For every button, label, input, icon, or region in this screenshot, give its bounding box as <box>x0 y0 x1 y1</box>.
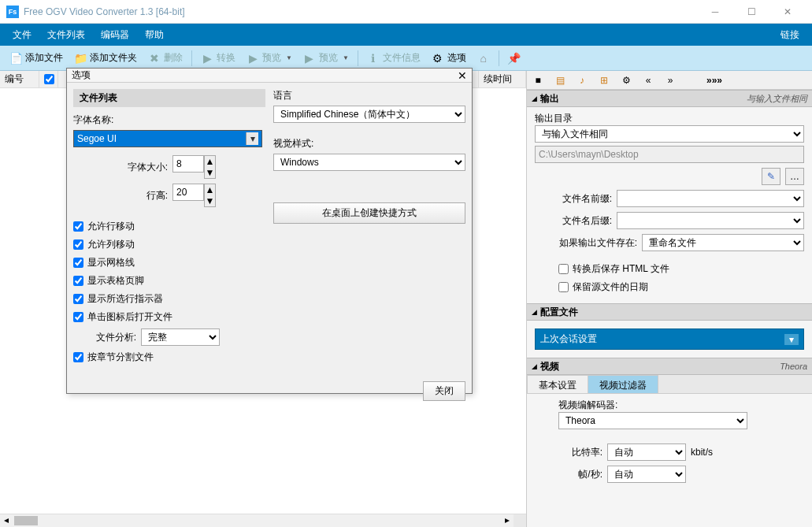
output-path-field <box>535 146 804 163</box>
fps-select[interactable]: 自动 <box>607 466 686 483</box>
separator <box>499 50 499 66</box>
gear-icon: ⚙ <box>432 52 444 65</box>
gridlines-checkbox[interactable] <box>73 258 83 268</box>
profile-select[interactable]: 上次会话设置 ▾ <box>535 328 804 350</box>
font-size-spinner[interactable]: ▲▼ <box>172 155 216 179</box>
chapter-split-checkbox[interactable] <box>73 352 83 362</box>
fileinfo-button[interactable]: ℹ文件信息 <box>362 49 425 67</box>
select-all-checkbox[interactable] <box>44 74 54 84</box>
video-header[interactable]: ◢ 视频 Theora <box>527 358 812 375</box>
dialog-title: 选项 <box>72 69 91 82</box>
language-select[interactable]: Simplified Chinese（简体中文） <box>273 106 465 123</box>
menu-link[interactable]: 链接 <box>773 25 807 45</box>
create-shortcut-button[interactable]: 在桌面上创建快捷方式 <box>273 202 465 224</box>
maximize-button[interactable]: ☐ <box>733 0 769 24</box>
lang-group-label: 语言 <box>273 89 465 102</box>
delete-button[interactable]: ✖删除 <box>143 49 187 67</box>
spin-down-icon[interactable]: ▼ <box>205 195 215 206</box>
video-tabs: 基本设置 视频过滤器 <box>527 375 812 394</box>
tab-more[interactable]: »»» <box>706 72 722 88</box>
tab-gear-icon[interactable]: ⚙ <box>618 72 634 88</box>
menu-encoder[interactable]: 编码器 <box>93 25 137 45</box>
col-duration[interactable]: 续时间 <box>479 71 526 87</box>
separator <box>191 50 192 66</box>
exists-label: 如果输出文件存在: <box>535 236 637 250</box>
edit-path-button[interactable]: ✎ <box>762 168 780 185</box>
home-button[interactable]: ⌂ <box>473 50 495 67</box>
preview2-button[interactable]: ▶预览▼ <box>298 49 354 67</box>
tab-prev-icon[interactable]: « <box>640 72 656 88</box>
tab-music-icon[interactable]: ♪ <box>574 72 590 88</box>
tab-doc-icon[interactable]: ▤ <box>552 72 568 88</box>
codec-label: 视频编解码器: <box>558 399 804 412</box>
filelist-group-title: 文件列表 <box>73 89 265 107</box>
keep-date-checkbox[interactable] <box>558 282 569 292</box>
separator <box>358 50 358 66</box>
spin-up-icon[interactable]: ▲ <box>205 184 215 195</box>
menu-help[interactable]: 帮助 <box>137 25 172 45</box>
dialog-footer: 关闭 <box>67 375 472 407</box>
bitrate-select[interactable]: 自动 <box>607 443 686 461</box>
col-move-checkbox[interactable] <box>73 239 83 250</box>
close-button[interactable]: ✕ <box>769 0 806 24</box>
horizontal-scrollbar[interactable]: ◂ ▸ <box>0 514 526 527</box>
pin-icon: 📌 <box>508 52 521 65</box>
scroll-thumb[interactable] <box>14 516 38 525</box>
prefix-label: 文件名前缀: <box>535 192 612 206</box>
add-file-icon: 📄 <box>9 52 22 65</box>
menu-filelist[interactable]: 文件列表 <box>39 25 93 45</box>
browse-path-button[interactable]: … <box>785 168 804 185</box>
tab-filter[interactable]: 视频过滤器 <box>588 375 658 393</box>
font-select[interactable]: Segoe UI ▾ <box>73 130 262 147</box>
style-select[interactable]: Windows <box>273 154 465 171</box>
collapse-icon: ◢ <box>532 95 537 102</box>
suffix-select[interactable] <box>617 212 804 229</box>
output-header[interactable]: ◢ 输出 与输入文件相同 <box>527 90 812 107</box>
font-label: 字体名称: <box>73 113 265 127</box>
open-icon-checkbox[interactable] <box>73 312 83 322</box>
info-icon: ℹ <box>367 52 380 65</box>
footer-checkbox[interactable] <box>73 276 83 286</box>
line-label: 行高: <box>73 189 168 202</box>
parse-select[interactable]: 完整 <box>141 328 220 346</box>
save-html-checkbox[interactable] <box>558 264 569 274</box>
output-dir-select[interactable]: 与输入文件相同 <box>535 125 804 143</box>
play-icon: ▶ <box>201 52 213 65</box>
spin-down-icon[interactable]: ▼ <box>205 167 215 178</box>
add-file-button[interactable]: 📄添加文件 <box>5 49 68 67</box>
dialog-left-column: 文件列表 字体名称: Segoe UI ▾ 字体大小: ▲▼ 行高: ▲▼ 允许… <box>73 89 265 369</box>
col-check[interactable] <box>39 71 58 87</box>
profile-header[interactable]: ◢ 配置文件 <box>527 303 812 321</box>
scroll-right-icon[interactable]: ▸ <box>501 514 514 527</box>
menu-file[interactable]: 文件 <box>5 25 39 45</box>
parse-label: 文件分析: <box>73 331 136 344</box>
options-button[interactable]: ⚙选项 <box>427 49 471 67</box>
bitrate-label: 比特率: <box>558 446 603 459</box>
indicator-checkbox[interactable] <box>73 294 83 304</box>
convert-button[interactable]: ▶转换 <box>196 49 240 67</box>
dialog-close-icon[interactable]: ✕ <box>458 69 467 82</box>
tab-folder-icon[interactable]: ■ <box>530 72 546 88</box>
dialog-titlebar: 选项 ✕ <box>67 69 472 83</box>
prefix-select[interactable] <box>617 190 804 207</box>
preview1-button[interactable]: ▶预览▼ <box>242 49 297 67</box>
delete-icon: ✖ <box>148 52 161 65</box>
options-dialog: 选项 ✕ 文件列表 字体名称: Segoe UI ▾ 字体大小: ▲▼ 行高: … <box>66 68 473 394</box>
scroll-corner <box>514 514 526 527</box>
tab-next-icon[interactable]: » <box>662 72 678 88</box>
col-number[interactable]: 编号 <box>0 71 39 87</box>
tab-film-icon[interactable]: ⊞ <box>596 72 612 88</box>
add-folder-button[interactable]: 📁添加文件夹 <box>69 49 142 67</box>
preview-icon: ▶ <box>303 52 316 65</box>
spin-up-icon[interactable]: ▲ <box>205 156 215 167</box>
tab-basic[interactable]: 基本设置 <box>527 375 588 393</box>
scroll-left-icon[interactable]: ◂ <box>0 514 13 527</box>
minimize-button[interactable]: ─ <box>697 0 733 24</box>
exists-select[interactable]: 重命名文件 <box>642 234 804 251</box>
row-move-checkbox[interactable] <box>73 221 83 232</box>
codec-select[interactable]: Theora <box>558 412 747 429</box>
collapse-icon: ◢ <box>532 308 537 316</box>
close-button[interactable]: 关闭 <box>423 381 465 401</box>
line-height-spinner[interactable]: ▲▼ <box>172 184 216 207</box>
pin-button[interactable]: 📌 <box>503 50 525 67</box>
